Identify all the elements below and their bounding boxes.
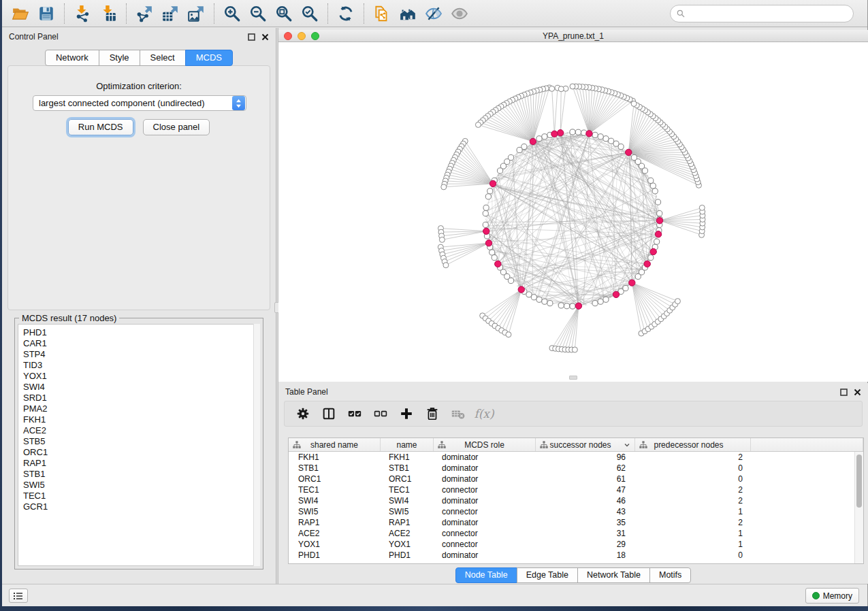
mcds-hub-node[interactable] <box>629 280 635 286</box>
column-header-predecessor-nodes[interactable]: predecessor nodes <box>635 438 751 451</box>
result-node[interactable]: RAP1 <box>23 458 259 469</box>
ring-node[interactable] <box>609 138 614 144</box>
tab-network-table[interactable]: Network Table <box>577 567 650 583</box>
mcds-hub-node[interactable] <box>613 291 619 297</box>
leaf-node[interactable] <box>570 84 575 89</box>
search-box[interactable] <box>670 5 854 22</box>
ring-node[interactable] <box>508 278 513 283</box>
save-button[interactable] <box>33 3 59 24</box>
ring-node[interactable] <box>492 255 497 261</box>
export-network-button[interactable] <box>131 3 157 24</box>
close-icon[interactable] <box>854 389 861 396</box>
mcds-hub-node[interactable] <box>626 149 632 155</box>
refresh-button[interactable] <box>333 3 359 24</box>
leaf-node[interactable] <box>675 299 680 304</box>
ring-node[interactable] <box>631 154 637 160</box>
ring-node[interactable] <box>536 136 542 142</box>
close-icon[interactable] <box>261 33 269 41</box>
result-node[interactable]: SWI5 <box>23 480 259 491</box>
result-node[interactable]: ACE2 <box>23 425 259 436</box>
search-input[interactable] <box>686 7 853 20</box>
delete-column-button[interactable] <box>421 403 444 424</box>
mcds-hub-node[interactable] <box>495 261 501 267</box>
leaf-node[interactable] <box>549 86 555 91</box>
clone-network-button[interactable] <box>369 3 395 24</box>
result-list-scrollbar[interactable] <box>253 324 260 566</box>
leaf-node[interactable] <box>506 332 511 337</box>
first-neighbors-button[interactable] <box>395 3 421 24</box>
run-mcds-button[interactable]: Run MCDS <box>68 119 133 135</box>
ring-node[interactable] <box>547 301 553 306</box>
ring-node[interactable] <box>575 129 581 135</box>
table-row[interactable]: YOX1YOX1connector291 <box>289 539 863 550</box>
close-panel-button[interactable]: Close panel <box>143 119 210 135</box>
tab-select[interactable]: Select <box>140 50 186 66</box>
ring-node[interactable] <box>648 255 654 261</box>
float-icon[interactable] <box>248 33 255 41</box>
ring-node[interactable] <box>623 285 628 291</box>
tab-network[interactable]: Network <box>45 50 99 66</box>
result-node[interactable]: STP4 <box>23 349 259 360</box>
table-row[interactable]: ACE2ACE2connector311 <box>289 528 863 539</box>
column-header-successor-nodes[interactable]: successor nodes <box>536 438 635 451</box>
criterion-dropdown[interactable]: largest connected component (undirected) <box>33 95 246 111</box>
table-row[interactable]: SWI4SWI4dominator462 <box>289 495 863 506</box>
mcds-hub-node[interactable] <box>586 131 592 137</box>
leaf-node[interactable] <box>572 347 577 352</box>
result-node[interactable]: TID3 <box>23 360 259 371</box>
ring-node[interactable] <box>655 199 660 205</box>
ring-node[interactable] <box>570 303 575 309</box>
gear-button[interactable] <box>291 403 315 424</box>
leaf-node[interactable] <box>443 263 449 268</box>
network-window-titlebar[interactable]: YPA_prune.txt_1 <box>278 30 868 42</box>
mcds-hub-node[interactable] <box>656 218 662 224</box>
result-node[interactable]: CAR1 <box>23 338 259 349</box>
task-history-button[interactable] <box>9 589 28 603</box>
table-row[interactable]: PHD1PHD1dominator180 <box>289 550 863 561</box>
ring-node[interactable] <box>497 168 502 174</box>
hide-selected-button[interactable] <box>421 3 447 24</box>
tab-motifs[interactable]: Motifs <box>649 567 691 583</box>
result-node[interactable]: SWI4 <box>23 382 259 393</box>
leaf-node[interactable] <box>558 86 564 92</box>
ring-node[interactable] <box>536 297 542 302</box>
ring-node[interactable] <box>487 188 493 194</box>
table-scrollbar[interactable] <box>854 452 863 563</box>
network-canvas[interactable] <box>278 42 868 381</box>
export-table-button[interactable] <box>157 3 183 24</box>
leaf-node[interactable] <box>699 205 705 210</box>
columns-button[interactable] <box>317 403 340 424</box>
ring-node[interactable] <box>648 178 654 183</box>
result-node[interactable]: TEC1 <box>23 491 259 501</box>
ring-node[interactable] <box>650 183 656 188</box>
ring-node[interactable] <box>542 134 547 139</box>
result-node[interactable]: GCR1 <box>23 501 259 512</box>
show-all-button[interactable] <box>447 3 472 24</box>
open-folder-button[interactable] <box>7 3 33 24</box>
table-row[interactable]: TEC1TEC1connector472 <box>289 484 863 495</box>
ring-node[interactable] <box>652 188 658 194</box>
ring-node[interactable] <box>542 299 547 304</box>
export-image-button[interactable] <box>183 3 209 24</box>
mcds-hub-node[interactable] <box>650 248 656 254</box>
tab-style[interactable]: Style <box>99 50 140 66</box>
mcds-hub-node[interactable] <box>530 138 536 144</box>
canvas-resize-handle[interactable] <box>569 376 577 380</box>
tab-node-table[interactable]: Node Table <box>455 567 517 583</box>
mcds-hub-node[interactable] <box>485 240 492 246</box>
result-node[interactable]: YOX1 <box>23 371 259 382</box>
leaf-node[interactable] <box>439 237 445 242</box>
mcds-hub-node[interactable] <box>655 231 661 237</box>
memory-button[interactable]: Memory <box>805 588 859 604</box>
ring-node[interactable] <box>592 132 598 137</box>
result-node[interactable]: SRD1 <box>23 393 259 403</box>
table-row[interactable]: RAP1RAP1dominator352 <box>289 517 863 528</box>
column-header-name[interactable]: name <box>381 438 434 451</box>
ring-node[interactable] <box>570 129 575 135</box>
table-row[interactable]: STB1STB1dominator620 <box>289 463 863 474</box>
add-column-button[interactable] <box>395 403 418 424</box>
table-row[interactable]: SWI5SWI5connector431 <box>289 506 863 517</box>
leaf-node[interactable] <box>441 184 447 190</box>
mcds-result-list[interactable]: PHD1CAR1STP4TID3YOX1SWI4SRD1PMA2FKH1ACE2… <box>18 324 260 566</box>
result-node[interactable]: ORC1 <box>23 447 259 458</box>
